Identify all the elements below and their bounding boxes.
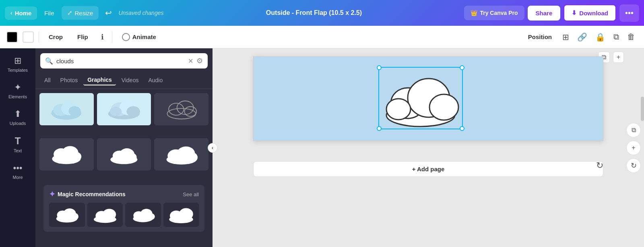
grid-icon: ⊞ [562,33,569,42]
sidebar-item-elements[interactable]: ✦ Elements [2,78,34,103]
cloud-result-1[interactable] [39,93,94,125]
canvas-area: ⧉ + [213,48,644,247]
lock-icon: 🔒 [595,33,605,42]
canvas-cloud-element[interactable] [380,69,461,127]
sidebar-item-uploads[interactable]: ⬆ Uploads [2,105,34,130]
magic-title-text: Magic Recommendations [58,191,126,197]
document-title: Outside - Front Flap (10.5 x 2.5) [266,9,362,17]
canvas-add-button[interactable]: + [613,52,624,63]
hide-panel-button[interactable]: ‹ [208,143,217,153]
search-input[interactable] [56,58,185,64]
tab-audio[interactable]: Audio [144,75,167,85]
file-button[interactable]: File [40,6,58,20]
left-panel: 🔍 ✕ ⚙ All Photos Graphics Videos Audio [35,48,213,247]
more-options-button[interactable]: ••• [619,4,639,22]
flip-button[interactable]: Flip [72,31,93,43]
magic-result-3[interactable] [125,203,161,227]
add-page-button[interactable]: + Add page [253,161,603,177]
info-button[interactable]: ℹ [98,30,107,44]
svg-point-8 [110,107,122,116]
cloud-result-2[interactable] [97,93,151,125]
grid-icon-button[interactable]: ⊞ [560,30,572,44]
canvas-scrollbar[interactable] [641,97,644,121]
download-label: Download [579,10,608,17]
crop-button[interactable]: Crop [44,31,68,43]
resize-button[interactable]: ⤢ Resize [62,6,99,20]
top-bar-right: 👑 Try Canva Pro Share ⬇ Download ••• [464,4,639,22]
magic-title: ✦ Magic Recommendations [49,190,126,199]
delete-button[interactable]: 🗑 [625,30,638,44]
share-label: Share [536,10,553,17]
sidebar-item-more[interactable]: ••• More [2,159,34,184]
magic-result-4[interactable] [163,203,199,227]
canvas-wrapper: ↻ + Add page [253,56,603,177]
download-button[interactable]: ⬇ Download [564,4,616,21]
duplicate-button[interactable]: ⧉ [611,30,621,44]
animate-button[interactable]: Animate [117,31,161,44]
results-grid: ✦ Magic Recommendations See all [35,89,213,247]
magic-result-1[interactable] [49,203,85,227]
chevron-left-icon: ‹ [10,10,12,16]
svg-point-28 [69,213,78,220]
filter-button[interactable]: ⚙ [196,56,203,65]
cloud-result-6[interactable] [154,138,208,170]
clear-search-button[interactable]: ✕ [188,57,193,65]
rotate-handle[interactable]: ↻ [596,160,603,171]
canvas-right-add-button[interactable]: + [626,141,641,155]
search-icon: 🔍 [45,57,53,65]
cloud-result-3[interactable] [154,93,208,125]
download-icon: ⬇ [572,9,577,17]
color-swatch-black[interactable] [6,31,18,43]
link-button[interactable]: 🔗 [575,30,590,44]
canvas-right-tools: ⧉ + ↻ [626,123,641,173]
elements-icon: ✦ [14,82,21,93]
crown-icon: 👑 [471,10,477,16]
svg-point-3 [69,106,81,116]
canvas-document[interactable] [253,56,603,141]
toolbar-divider-1 [39,31,39,43]
see-all-button[interactable]: See all [183,191,199,197]
magic-section-wrapper: ✦ Magic Recommendations See all [39,183,208,243]
resize-label: Resize [75,10,93,17]
svg-point-42 [429,94,458,120]
svg-point-38 [179,208,193,220]
trash-icon: 🗑 [627,32,635,41]
tab-graphics[interactable]: Graphics [83,75,116,85]
try-pro-button[interactable]: 👑 Try Canva Pro [464,6,524,20]
undo-button[interactable]: ↩ [102,6,115,19]
templates-icon: ⊞ [14,56,21,66]
search-box: 🔍 ✕ ⚙ [40,53,208,68]
canvas-right-copy-button[interactable]: ⧉ [626,123,641,137]
toolbar: Crop Flip ℹ Animate Position ⊞ 🔗 🔒 ⧉ 🗑 [0,26,644,48]
share-button[interactable]: Share [528,6,561,21]
more-icon: ••• [625,8,634,17]
tab-photos[interactable]: Photos [56,75,82,85]
uploads-icon: ⬆ [14,109,21,119]
canvas-right-rotate-button[interactable]: ↻ [626,158,641,173]
tab-all[interactable]: All [40,75,55,85]
sidebar-item-text[interactable]: T Text [2,131,34,157]
templates-label: Templates [8,68,28,73]
magic-results-grid [49,203,199,227]
svg-point-7 [127,106,140,117]
magic-header: ✦ Magic Recommendations See all [49,190,199,199]
sidebar-item-templates[interactable]: ⊞ Templates [2,52,34,77]
animate-label: Animate [132,33,156,40]
home-label: Home [15,10,32,17]
color-swatch-white[interactable] [23,31,34,43]
svg-point-24 [185,152,198,162]
lock-button[interactable]: 🔒 [593,30,608,44]
svg-point-31 [103,209,116,220]
svg-point-16 [70,152,82,161]
toolbar-right: Position ⊞ 🔗 🔒 ⧉ 🗑 [523,30,638,44]
try-pro-label: Try Canva Pro [480,10,518,16]
info-icon: ℹ [101,33,104,41]
home-button[interactable]: ‹ Home [5,6,37,20]
magic-result-2[interactable] [87,203,123,227]
tab-videos[interactable]: Videos [118,75,143,85]
duplicate-icon: ⧉ [613,32,619,41]
cloud-result-4[interactable] [39,138,94,170]
cloud-result-5[interactable] [97,138,151,170]
svg-point-43 [386,99,411,120]
position-label[interactable]: Position [523,31,557,43]
